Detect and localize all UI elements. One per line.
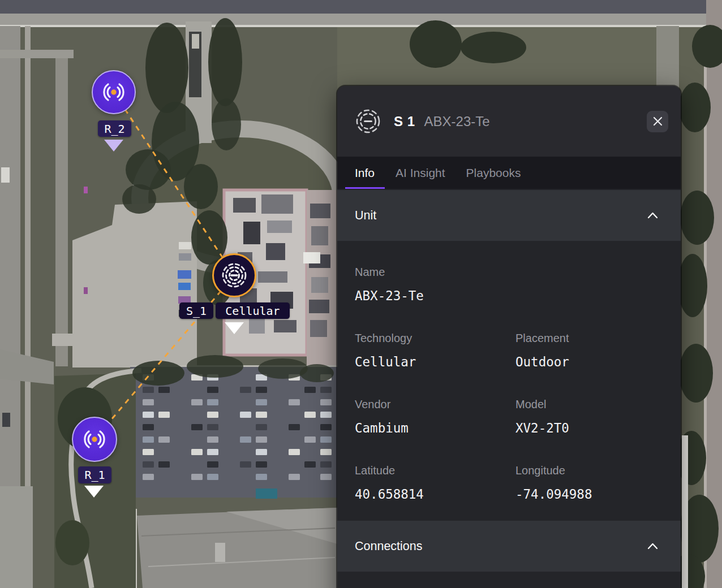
marker-s1-label-text: S_1 xyxy=(186,304,207,318)
marker-r2-pointer xyxy=(104,140,123,152)
field-vendor: Vendor Cambium xyxy=(355,398,515,435)
unit-fields: Name ABX-23-Te Technology Cellular Place… xyxy=(337,241,681,521)
app-screen: R_2 R_1 S_1 Cellular xyxy=(0,0,722,588)
marker-s1-pointer xyxy=(225,322,244,334)
field-name-label: Name xyxy=(355,266,663,279)
marker-s1[interactable] xyxy=(212,253,256,297)
marker-r2-label-text: R_2 xyxy=(104,122,124,136)
field-name-value: ABX-23-Te xyxy=(355,288,663,303)
field-longitude-label: Longitude xyxy=(515,464,663,477)
marker-r2[interactable] xyxy=(92,70,136,114)
tab-ai-insight-label: AI Insight xyxy=(396,166,445,180)
marker-r1[interactable] xyxy=(72,417,117,462)
close-button[interactable] xyxy=(647,111,668,132)
field-technology-label: Technology xyxy=(355,332,515,345)
field-placement-value: Outdoor xyxy=(515,354,663,369)
cell-site-icon xyxy=(355,108,381,135)
tab-playbooks[interactable]: Playbooks xyxy=(466,157,521,189)
field-model: Model XV2-2T0 xyxy=(515,398,663,435)
field-longitude-value: -74.094988 xyxy=(515,487,663,501)
tab-info[interactable]: Info xyxy=(355,157,375,189)
field-model-label: Model xyxy=(515,398,663,411)
field-placement-label: Placement xyxy=(515,332,663,345)
field-vendor-label: Vendor xyxy=(355,398,515,411)
tab-playbooks-label: Playbooks xyxy=(466,166,521,180)
bottom-building xyxy=(131,508,337,588)
radio-waves-icon xyxy=(101,79,127,105)
field-longitude: Longitude -74.094988 xyxy=(515,464,663,501)
field-vendor-value: Cambium xyxy=(355,421,515,435)
marker-s1-tag-text: Cellular xyxy=(225,304,280,318)
section-connections[interactable]: Connections xyxy=(337,521,681,572)
field-latitude: Latitude 40.658814 xyxy=(355,464,515,501)
unit-details-panel: S 1 ABX-23-Te Info AI Insight Playbooks … xyxy=(337,86,681,588)
panel-header: S 1 ABX-23-Te xyxy=(337,86,681,157)
section-connections-title: Connections xyxy=(355,539,423,554)
marker-r1-pointer xyxy=(84,486,104,498)
cell-site-icon xyxy=(221,262,248,289)
chevron-up-icon xyxy=(645,539,660,554)
tab-info-label: Info xyxy=(355,166,375,180)
field-latitude-label: Latitude xyxy=(355,464,515,477)
section-unit-title: Unit xyxy=(355,209,376,223)
tab-ai-insight[interactable]: AI Insight xyxy=(396,157,445,189)
chevron-up-icon xyxy=(645,208,660,223)
field-model-value: XV2-2T0 xyxy=(515,421,663,435)
close-icon xyxy=(653,116,663,126)
marker-s1-tag: Cellular xyxy=(216,302,290,319)
marker-s1-label: S_1 xyxy=(179,302,213,319)
connections-body xyxy=(337,572,681,588)
field-placement: Placement Outdoor xyxy=(515,332,663,369)
field-technology: Technology Cellular xyxy=(355,332,515,369)
panel-tabs: Info AI Insight Playbooks xyxy=(337,157,681,190)
field-latitude-value: 40.658814 xyxy=(355,487,515,501)
radio-waves-icon xyxy=(81,426,108,452)
marker-r1-label: R_1 xyxy=(78,466,111,483)
field-name: Name ABX-23-Te xyxy=(355,266,663,303)
unit-code: S 1 xyxy=(394,114,415,129)
marker-r1-label-text: R_1 xyxy=(84,468,105,482)
unit-name: ABX-23-Te xyxy=(424,114,490,129)
section-unit[interactable]: Unit xyxy=(337,190,681,241)
field-technology-value: Cellular xyxy=(355,354,515,369)
marker-r2-label: R_2 xyxy=(98,120,131,137)
